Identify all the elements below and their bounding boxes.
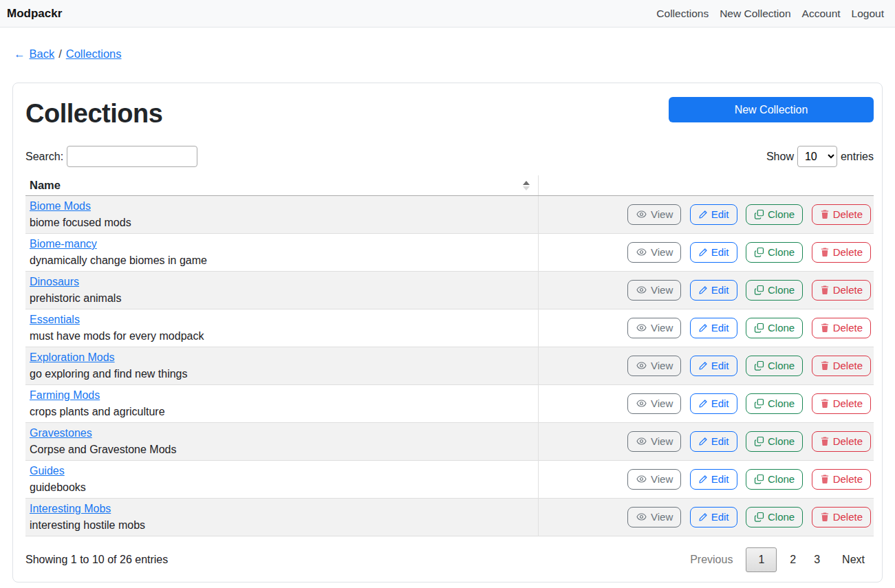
copy-icon	[754, 398, 764, 409]
delete-button-label: Delete	[833, 283, 863, 297]
edit-button[interactable]: Edit	[690, 393, 737, 414]
edit-button[interactable]: Edit	[690, 469, 737, 490]
eye-icon	[636, 247, 647, 257]
pagination-page-2[interactable]: 2	[781, 548, 805, 571]
eye-icon	[636, 474, 647, 484]
delete-button[interactable]: Delete	[812, 242, 871, 263]
view-button[interactable]: View	[627, 469, 681, 490]
edit-button-label: Edit	[711, 510, 729, 524]
collection-link[interactable]: Farming Mods	[30, 389, 100, 401]
clone-button[interactable]: Clone	[746, 393, 803, 414]
collection-description: prehistoric animals	[30, 290, 534, 307]
trash-icon	[820, 247, 830, 257]
clone-button-label: Clone	[768, 472, 795, 486]
view-button[interactable]: View	[627, 356, 681, 376]
nav-logout[interactable]: Logout	[846, 8, 889, 20]
name-header-label: Name	[30, 179, 61, 191]
delete-button[interactable]: Delete	[812, 318, 871, 338]
edit-button[interactable]: Edit	[690, 431, 737, 452]
table-row: Biome-mancy dynamically change biomes in…	[25, 234, 874, 272]
collection-link[interactable]: Dinosaurs	[30, 276, 79, 287]
table-row: Farming Mods crops plants and agricultur…	[25, 385, 874, 423]
pagination-next[interactable]: Next	[833, 548, 874, 571]
table-header-row: Name	[25, 175, 874, 196]
view-button[interactable]: View	[627, 507, 681, 527]
collection-description: go exploring and find new things	[30, 366, 534, 382]
collection-link[interactable]: Biome-mancy	[30, 238, 97, 250]
breadcrumb-collections-link[interactable]: Collections	[66, 47, 122, 61]
nav-links: Collections New Collection Account Logou…	[651, 8, 889, 20]
pagination-page-1[interactable]: 1	[746, 547, 777, 572]
edit-button-label: Edit	[711, 435, 729, 448]
clone-button[interactable]: Clone	[746, 242, 803, 263]
delete-button[interactable]: Delete	[812, 204, 871, 225]
clone-button[interactable]: Clone	[746, 431, 803, 452]
view-button[interactable]: View	[627, 393, 681, 414]
delete-button[interactable]: Delete	[812, 469, 871, 490]
delete-button[interactable]: Delete	[812, 431, 871, 452]
table-row: Biome Mods biome focused mods View Edit	[25, 196, 874, 234]
trash-icon	[820, 323, 830, 333]
trash-icon	[820, 209, 830, 219]
edit-button[interactable]: Edit	[690, 204, 737, 225]
nav-collections[interactable]: Collections	[651, 8, 714, 20]
collections-table: Name Biome Mods biome focused mods View	[25, 175, 874, 536]
card-header: Collections New Collection	[25, 97, 874, 129]
clone-button[interactable]: Clone	[746, 318, 803, 338]
delete-button[interactable]: Delete	[812, 280, 871, 301]
collection-description: interesting hostile mobs	[30, 517, 534, 534]
clone-button[interactable]: Clone	[746, 507, 803, 527]
eye-icon	[636, 323, 647, 333]
page-size-select[interactable]: 10	[797, 146, 837, 167]
nav-new-collection[interactable]: New Collection	[714, 8, 796, 20]
collection-link[interactable]: Exploration Mods	[30, 351, 115, 363]
collection-link[interactable]: Guides	[30, 465, 65, 477]
search-input[interactable]	[67, 146, 197, 167]
copy-icon	[754, 360, 764, 371]
clone-button[interactable]: Clone	[746, 204, 803, 225]
edit-button-label: Edit	[711, 321, 729, 335]
collection-link[interactable]: Gravestones	[30, 427, 92, 439]
view-button[interactable]: View	[627, 242, 681, 263]
nav-account[interactable]: Account	[797, 8, 846, 20]
delete-button[interactable]: Delete	[812, 393, 871, 414]
back-link[interactable]: Back	[30, 47, 55, 61]
collection-link[interactable]: Essentials	[30, 314, 80, 325]
copy-icon	[754, 323, 764, 333]
view-button[interactable]: View	[627, 280, 681, 301]
clone-button[interactable]: Clone	[746, 469, 803, 490]
clone-button[interactable]: Clone	[746, 280, 803, 301]
pencil-icon	[698, 512, 708, 522]
collection-link[interactable]: Interesting Mobs	[30, 503, 111, 514]
edit-button[interactable]: Edit	[690, 242, 737, 263]
edit-button[interactable]: Edit	[690, 507, 737, 527]
app-brand: Modpackr	[7, 7, 62, 21]
delete-button-label: Delete	[833, 472, 863, 486]
pencil-icon	[698, 248, 708, 257]
copy-icon	[754, 512, 764, 522]
breadcrumb: ← Back / Collections	[14, 47, 895, 61]
edit-button[interactable]: Edit	[690, 356, 737, 376]
clone-button-label: Clone	[768, 246, 795, 259]
delete-button[interactable]: Delete	[812, 507, 871, 527]
pencil-icon	[698, 285, 708, 295]
edit-button-label: Edit	[711, 359, 729, 373]
delete-button-label: Delete	[833, 208, 863, 221]
column-header-name[interactable]: Name	[25, 175, 539, 196]
view-button[interactable]: View	[627, 204, 681, 225]
pagination-previous[interactable]: Previous	[681, 548, 742, 571]
pagination-page-3[interactable]: 3	[805, 548, 829, 571]
edit-button[interactable]: Edit	[690, 280, 737, 301]
column-header-actions	[539, 175, 874, 196]
clone-button[interactable]: Clone	[746, 356, 803, 376]
view-button[interactable]: View	[627, 431, 681, 452]
breadcrumb-separator: /	[58, 47, 62, 61]
copy-icon	[754, 474, 764, 484]
collection-link[interactable]: Biome Mods	[30, 200, 91, 212]
view-button[interactable]: View	[627, 318, 681, 338]
edit-button[interactable]: Edit	[690, 318, 737, 338]
page-size-control: Show 10 entries	[766, 146, 874, 167]
copy-icon	[754, 436, 764, 446]
delete-button[interactable]: Delete	[812, 356, 871, 376]
new-collection-button[interactable]: New Collection	[669, 97, 874, 122]
